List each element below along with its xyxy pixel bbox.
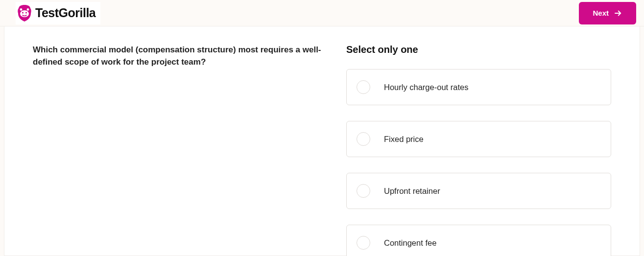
question-prompt: Which commercial model (compensation str… — [33, 44, 322, 68]
radio-icon — [357, 184, 370, 198]
answer-option-label: Hourly charge-out rates — [384, 83, 468, 92]
brand-name: TestGorilla — [35, 6, 95, 20]
svg-point-1 — [22, 12, 24, 13]
app-header: TestGorilla Next — [0, 0, 644, 26]
svg-point-2 — [25, 12, 27, 13]
radio-icon — [357, 236, 370, 250]
answer-option[interactable]: Hourly charge-out rates — [346, 69, 611, 105]
gorilla-icon — [17, 4, 32, 22]
next-button[interactable]: Next — [579, 2, 636, 24]
radio-icon — [357, 80, 370, 94]
answer-option-label: Contingent fee — [384, 238, 436, 248]
answers-column: Select only one Hourly charge-out rates … — [346, 44, 611, 256]
answer-instruction: Select only one — [346, 44, 611, 55]
radio-icon — [357, 132, 370, 146]
question-card: Which commercial model (compensation str… — [4, 26, 640, 256]
question-column: Which commercial model (compensation str… — [33, 44, 322, 256]
arrow-right-icon — [614, 9, 622, 18]
answer-option[interactable]: Fixed price — [346, 121, 611, 157]
brand-logo: TestGorilla — [16, 2, 100, 24]
answer-option[interactable]: Upfront retainer — [346, 173, 611, 209]
answer-option-label: Upfront retainer — [384, 186, 440, 196]
answer-option-label: Fixed price — [384, 135, 424, 144]
answer-option[interactable]: Contingent fee — [346, 225, 611, 256]
next-button-label: Next — [593, 9, 609, 17]
